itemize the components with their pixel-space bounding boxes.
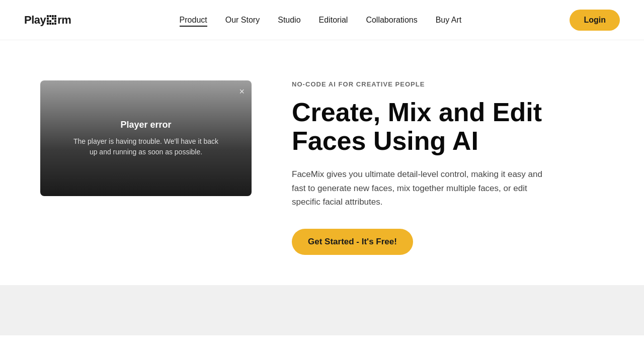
nav-buy-art[interactable]: Buy Art (436, 16, 462, 25)
nav-our-story[interactable]: Our Story (225, 16, 260, 25)
hero-section: NO-CODE AI FOR CREATIVE PEOPLE Create, M… (292, 80, 604, 255)
main-content: × Player error The player is having trou… (0, 40, 644, 285)
site-header: Play rm Product Our Story Studio Editori… (0, 0, 644, 40)
hero-heading: Create, Mix and Edit Faces Using AI (292, 98, 604, 155)
video-player: × Player error The player is having trou… (40, 80, 252, 196)
footer-strip (0, 285, 644, 335)
nav-product[interactable]: Product (180, 16, 207, 25)
hero-heading-line1: Create, Mix and Edit (292, 98, 542, 127)
logo-icon (47, 15, 56, 25)
player-close-button[interactable]: × (239, 86, 245, 97)
main-nav: Product Our Story Studio Editorial Colla… (180, 16, 462, 25)
player-error-message: The player is having trouble. We'll have… (70, 136, 221, 157)
player-error-title: Player error (120, 120, 171, 130)
hero-description: FaceMix gives you ultimate detail-level … (292, 167, 543, 209)
logo-text: Play rm (24, 14, 71, 27)
logo[interactable]: Play rm (24, 14, 71, 27)
nav-studio[interactable]: Studio (278, 16, 300, 25)
nav-editorial[interactable]: Editorial (319, 16, 348, 25)
hero-heading-line2: Faces Using AI (292, 126, 478, 155)
login-button[interactable]: Login (570, 10, 620, 31)
nav-collaborations[interactable]: Collaborations (366, 16, 417, 25)
cta-button[interactable]: Get Started - It's Free! (292, 229, 413, 255)
hero-eyebrow: NO-CODE AI FOR CREATIVE PEOPLE (292, 80, 604, 88)
